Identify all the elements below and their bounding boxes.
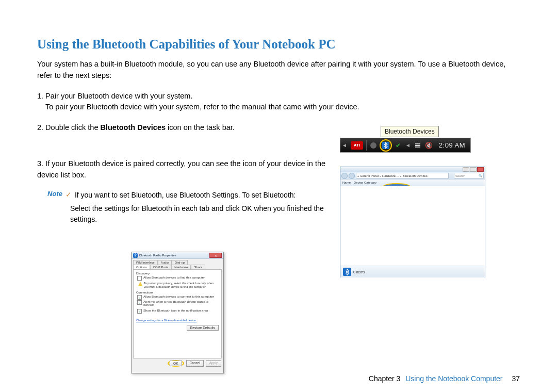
tab-comports[interactable]: COM Ports (150, 265, 172, 269)
alert-label: Alert me when a new Bluetooth device wan… (143, 300, 219, 306)
minimize-button[interactable] (463, 167, 469, 172)
connections-group: Connections ✓ Allow Bluetooth devices to… (136, 291, 219, 306)
bluetooth-properties-dialog: Bluetooth Radio Properties ✕ PIM Interfa… (131, 252, 224, 373)
step-2-lead-a: 2. Double click the (37, 123, 101, 132)
step-3-lead: 3. If your Bluetooth device is paired co… (37, 159, 325, 179)
dialog-title: Bluetooth Radio Properties (139, 254, 176, 257)
bluetooth-tooltip: Bluetooth Devices (381, 126, 439, 137)
back-button[interactable] (341, 173, 348, 179)
ati-tray-icon[interactable]: ATI (351, 141, 363, 150)
forward-button[interactable] (349, 173, 355, 179)
document-page: Using the Bluetooth Capabilities of Your… (0, 0, 557, 392)
bluetooth-icon (382, 142, 389, 149)
tab-dialup[interactable]: Dial-up (172, 260, 188, 265)
tab-pim[interactable]: PIM Interface (133, 260, 158, 265)
status-text: 0 items (353, 270, 365, 274)
search-icon: 🔍 (479, 174, 482, 177)
step-3: 3. If your Bluetooth device is paired co… (37, 158, 326, 181)
tab-hardware[interactable]: Hardware (171, 265, 191, 269)
step-1-lead: 1. Pair your Bluetooth device with your … (37, 91, 520, 102)
cancel-button[interactable]: Cancel (186, 360, 204, 367)
note-label: Note (47, 190, 62, 198)
search-input[interactable]: Search 🔍 (454, 173, 484, 178)
note-subtext: Select the settings for Bluetooth in eac… (70, 203, 338, 225)
tray-icon-generic[interactable] (368, 140, 379, 151)
explorer-titlebar (340, 167, 485, 172)
allow-find-label: Allow Bluetooth devices to find this com… (143, 276, 205, 279)
close-button[interactable] (477, 167, 484, 172)
tray-check-icon[interactable]: ✔ (393, 140, 403, 151)
page-footer: Chapter 3 Using the Notebook Computer 37 (0, 374, 557, 383)
page-number: 37 (512, 374, 520, 383)
warning-icon (138, 282, 142, 286)
allow-connect-label: Allow Bluetooth devices to connect to th… (143, 295, 214, 298)
allow-connect-checkbox[interactable]: ✓ (137, 295, 142, 300)
warning-row: To protect your privacy, select this che… (138, 282, 219, 288)
ok-button[interactable]: OK (170, 361, 182, 366)
chapter-label: Chapter 3 (369, 374, 400, 383)
explorer-body[interactable] (340, 186, 485, 266)
discovery-group: Discovery Allow Bluetooth devices to fin… (136, 272, 219, 288)
show-icon-label: Show the Bluetooth icon in the notificat… (143, 309, 208, 312)
close-button[interactable]: ✕ (209, 253, 222, 258)
step-2-bold: Bluetooth Devices (101, 123, 166, 132)
search-placeholder: Search (455, 174, 465, 177)
breadcrumb[interactable]: « Control Panel » Hardware ... » Bluetoo… (356, 173, 449, 178)
volume-tray-icon[interactable]: 🔇 (424, 140, 434, 151)
step-1: 1. Pair your Bluetooth device with your … (37, 91, 520, 113)
tray-arrow-icon[interactable]: ◄ (342, 142, 347, 148)
restore-defaults-button[interactable]: Restore Defaults (187, 325, 219, 331)
allow-find-checkbox[interactable] (137, 276, 142, 281)
explorer-statusbar: 0 items (340, 266, 485, 277)
explorer-window: « Control Panel » Hardware ... » Bluetoo… (340, 167, 485, 277)
step-2-lead-b: icon on the task bar. (166, 123, 235, 132)
tab-share[interactable]: Share (191, 265, 205, 269)
explorer-address-bar: « Control Panel » Hardware ... » Bluetoo… (340, 172, 485, 179)
bluetooth-icon (133, 253, 138, 258)
tab-options[interactable]: Options (133, 265, 150, 269)
discovery-title: Discovery (136, 272, 219, 275)
note-text: If you want to set Bluetooth, use Blueto… (75, 190, 296, 201)
bluetooth-tray-icon[interactable] (380, 139, 392, 152)
step-2: 2. Double click the Bluetooth Devices ic… (37, 122, 520, 134)
chapter-title: Using the Notebook Computer (405, 374, 502, 383)
explorer-toolbar: Name Device Category (340, 179, 485, 186)
options-pane: Discovery Allow Bluetooth devices to fin… (133, 269, 222, 358)
maximize-button[interactable] (470, 167, 477, 172)
alert-checkbox[interactable]: ✓ (137, 300, 142, 305)
step-1-sub: To pair your Bluetooth device with your … (45, 102, 520, 113)
bluetooth-icon (343, 268, 351, 276)
change-settings-link[interactable]: Change settings for a Bluetooth enabled … (136, 319, 219, 322)
apply-button[interactable]: Apply (206, 360, 221, 367)
tray-separator (366, 140, 367, 151)
ok-highlight: OK (168, 360, 184, 367)
taskbar-clock[interactable]: 2:09 AM (439, 141, 465, 149)
column-name[interactable]: Name (342, 181, 351, 184)
check-icon: ✓ (65, 190, 72, 199)
network-tray-icon[interactable] (413, 140, 423, 151)
dialog-tabs: PIM Interface Audio Dial-up Options COM … (132, 259, 223, 269)
dialog-titlebar: Bluetooth Radio Properties ✕ (132, 252, 223, 259)
intro-paragraph: Your system has a built-in Bluetooth mod… (37, 59, 520, 81)
section-heading: Using the Bluetooth Capabilities of Your… (37, 37, 520, 52)
tray-arrow-icon-2[interactable]: ◄ (405, 142, 411, 148)
tab-audio[interactable]: Audio (158, 260, 172, 265)
show-icon-checkbox[interactable]: ✓ (137, 309, 142, 314)
taskbar: ◄ ATI ✔ ◄ 🔇 2:09 AM (340, 138, 471, 153)
column-category[interactable]: Device Category (354, 181, 376, 184)
warning-text: To protect your privacy, select this che… (144, 282, 219, 288)
connections-title: Connections (136, 291, 219, 294)
